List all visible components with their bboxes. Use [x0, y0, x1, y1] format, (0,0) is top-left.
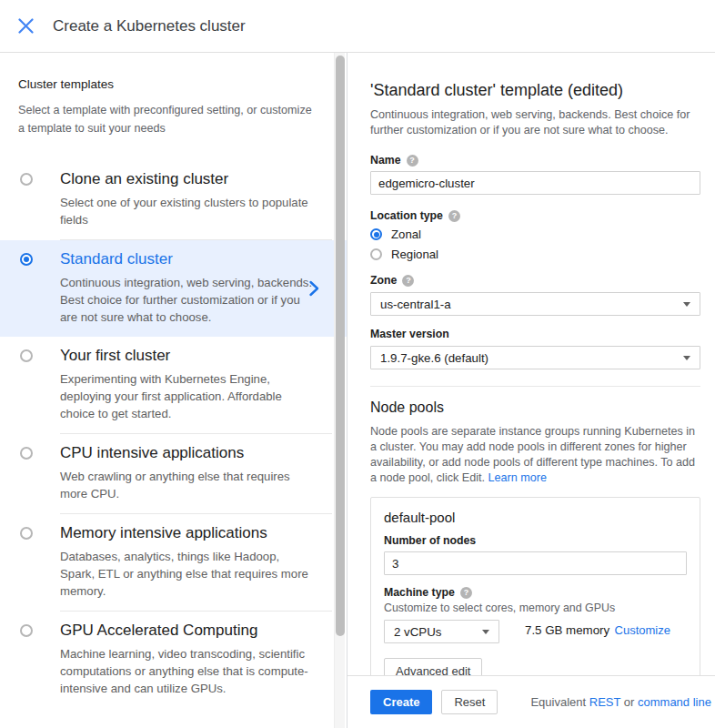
equivalent-prefix: Equivalent: [530, 695, 589, 709]
or-text: or: [620, 695, 638, 709]
number-of-nodes-label: Number of nodes: [384, 534, 476, 547]
template-item-standard-cluster[interactable]: Standard cluster Continuous integration,…: [0, 240, 347, 337]
zone-select[interactable]: us-central1-a: [370, 292, 700, 316]
location-type-label: Location type: [370, 209, 443, 222]
machine-type-caption: Customize to select cores, memory and GP…: [384, 602, 687, 614]
template-item-gpu-accelerated[interactable]: GPU Accelerated Computing Machine learni…: [0, 612, 347, 708]
template-item-your-first-cluster[interactable]: Your first cluster Experimenting with Ku…: [0, 337, 347, 433]
sidebar-scrollbar-thumb[interactable]: [336, 56, 345, 636]
cluster-name-input[interactable]: [370, 171, 700, 195]
regional-label: Regional: [391, 248, 438, 261]
zone-select-value: us-central1-a: [380, 298, 451, 311]
zonal-label: Zonal: [391, 228, 421, 241]
template-title: CPU intensive applications: [60, 444, 316, 462]
advanced-edit-button[interactable]: Advanced edit: [384, 658, 482, 675]
dialog-header: Create a Kubernetes cluster: [0, 0, 715, 53]
machine-type-field: Machine type ? Customize to select cores…: [384, 586, 687, 643]
template-title: Memory intensive applications: [60, 524, 316, 542]
machine-type-label: Machine type: [384, 586, 455, 599]
sidebar-scrollbar[interactable]: [334, 53, 345, 728]
template-list: Clone an existing cluster Select one of …: [0, 160, 347, 708]
number-of-nodes-input[interactable]: [384, 551, 687, 575]
template-description: Experimenting with Kubernetes Engine, de…: [60, 370, 316, 422]
sidebar-description: Select a template with preconfigured set…: [18, 101, 318, 137]
template-item-memory-intensive[interactable]: Memory intensive applications Databases,…: [0, 514, 347, 611]
close-icon-glyph: [18, 18, 34, 34]
chevron-right-icon[interactable]: [308, 280, 319, 300]
radio-unchecked-icon[interactable]: [370, 248, 382, 260]
template-title: Clone an existing cluster: [60, 170, 316, 188]
form-description: Continuous integration, web serving, bac…: [370, 107, 700, 138]
template-title: GPU Accelerated Computing: [60, 622, 316, 640]
create-kubernetes-cluster-dialog: Create a Kubernetes cluster Cluster temp…: [0, 0, 715, 728]
help-icon[interactable]: ?: [460, 587, 472, 599]
reset-button[interactable]: Reset: [441, 690, 498, 714]
help-icon[interactable]: ?: [448, 210, 460, 222]
sidebar-heading: Cluster templates: [18, 77, 319, 91]
zone-label: Zone: [370, 274, 397, 287]
memory-text: 7.5 GB memory: [525, 623, 609, 637]
radio-unchecked-icon[interactable]: [20, 527, 33, 540]
radio-unchecked-icon[interactable]: [20, 447, 33, 460]
node-pools-description: Node pools are separate instance groups …: [370, 424, 700, 486]
template-title: Your first cluster: [60, 347, 316, 365]
pool-name: default-pool: [384, 510, 687, 525]
template-form-panel: 'Standard cluster' template (edited) Con…: [347, 53, 715, 728]
dropdown-caret-icon: [482, 630, 489, 634]
dialog-footer: Create Reset Equivalent REST or command …: [347, 675, 715, 728]
machine-type-select-value: 2 vCPUs: [394, 625, 441, 639]
node-pools-heading: Node pools: [370, 399, 700, 416]
radio-unchecked-icon[interactable]: [20, 173, 33, 186]
dropdown-caret-icon: [683, 302, 690, 307]
form-title: 'Standard cluster' template (edited): [370, 80, 700, 100]
template-item-clone-existing-cluster[interactable]: Clone an existing cluster Select one of …: [0, 160, 347, 239]
zone-field: Zone ? us-central1-a: [370, 274, 700, 316]
master-version-select[interactable]: 1.9.7-gke.6 (default): [370, 346, 700, 369]
equivalent-text: Equivalent REST or command line: [530, 695, 711, 709]
rest-link[interactable]: REST: [589, 695, 620, 709]
location-type-field: Location type ? Zonal Regional: [370, 209, 700, 262]
radio-unchecked-icon[interactable]: [20, 624, 33, 637]
master-version-field: Master version 1.9.7-gke.6 (default): [370, 328, 700, 369]
master-version-label: Master version: [370, 328, 449, 340]
default-pool-card: default-pool Number of nodes Machine typ…: [370, 497, 700, 675]
dialog-title: Create a Kubernetes cluster: [53, 17, 246, 35]
name-field: Name ?: [370, 154, 700, 195]
template-description: Databases, analytics, things like Hadoop…: [60, 548, 316, 600]
template-description: Select one of your existing clusters to …: [60, 194, 316, 228]
name-label: Name: [370, 154, 401, 167]
learn-more-link[interactable]: Learn more: [488, 471, 547, 484]
cluster-templates-sidebar: Cluster templates Select a template with…: [0, 53, 347, 728]
machine-type-select[interactable]: 2 vCPUs: [384, 620, 499, 643]
dropdown-caret-icon: [683, 356, 690, 360]
location-zonal-option[interactable]: Zonal: [370, 227, 700, 242]
template-description: Web crawling or anything else that requi…: [60, 468, 316, 502]
create-button[interactable]: Create: [370, 690, 432, 714]
template-description: Continuous integration, web serving, bac…: [60, 274, 316, 326]
template-item-cpu-intensive[interactable]: CPU intensive applications Web crawling …: [0, 434, 347, 513]
close-icon[interactable]: [7, 8, 44, 45]
radio-checked-icon[interactable]: [20, 253, 33, 266]
number-of-nodes-field: Number of nodes: [384, 534, 687, 575]
command-line-link[interactable]: command line: [638, 695, 711, 709]
template-title: Standard cluster: [60, 250, 316, 268]
template-description: Machine learning, video transcoding, sci…: [60, 645, 316, 697]
divider: [370, 386, 700, 387]
customize-link[interactable]: Customize: [615, 623, 670, 637]
location-regional-option[interactable]: Regional: [370, 247, 700, 262]
radio-unchecked-icon[interactable]: [20, 349, 33, 362]
help-icon[interactable]: ?: [407, 155, 418, 167]
help-icon[interactable]: ?: [402, 275, 414, 287]
master-version-select-value: 1.9.7-gke.6 (default): [380, 351, 488, 365]
radio-checked-icon[interactable]: [370, 228, 382, 240]
